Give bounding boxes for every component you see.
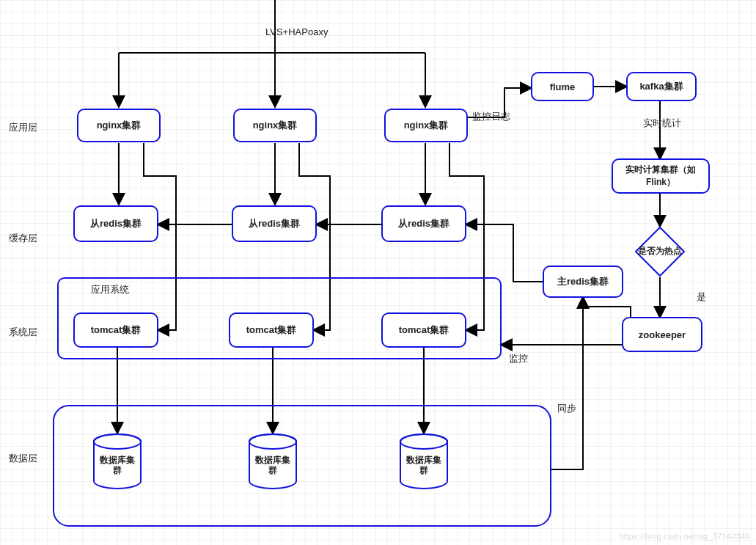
container-app-system-title: 应用系统 [91, 283, 129, 296]
node-tomcat-3: tomcat集群 [381, 312, 466, 348]
edge-label-is-yes: 是 [697, 290, 706, 304]
lvs-haproxy-label: LVS+HAPoaxy [265, 26, 328, 37]
node-db-1-line1: 数据库集 [100, 455, 135, 465]
architecture-diagram: LVS+HAPoaxy 应用层 缓存层 系统层 数据层 nginx集群 ngin… [0, 0, 756, 545]
node-db-2-line1: 数据库集 [255, 455, 290, 465]
node-hotspot-decision: 是否为热点 [634, 226, 686, 277]
layer-label-application: 应用层 [9, 121, 37, 134]
node-redis-slave-1: 从redis集群 [73, 205, 158, 242]
node-nginx-2: nginx集群 [233, 109, 317, 142]
watermark: https://blog.csdn.net/qq_37142346 [619, 532, 750, 541]
node-tomcat-1: tomcat集群 [73, 312, 158, 348]
edge-label-sync: 同步 [557, 402, 576, 415]
node-kafka: kafka集群 [626, 72, 697, 101]
node-nginx-1: nginx集群 [77, 109, 161, 142]
hotspot-decision-label: 是否为热点 [638, 246, 682, 257]
edge-label-monitor-log: 监控日志 [472, 111, 510, 122]
node-db-2-line2: 群 [268, 465, 277, 475]
node-db-3-line1: 数据库集 [406, 455, 441, 465]
node-realtime-compute: 实时计算集群（如Flink） [612, 158, 710, 194]
node-zookeeper: zookeeper [622, 317, 702, 352]
node-db-3-line2: 群 [419, 465, 428, 475]
node-flume: flume [531, 72, 594, 101]
node-master-redis: 主redis集群 [543, 266, 623, 298]
node-tomcat-2: tomcat集群 [229, 312, 314, 348]
layer-label-system: 系统层 [9, 326, 37, 339]
node-redis-slave-3: 从redis集群 [381, 205, 466, 242]
layer-label-cache: 缓存层 [9, 232, 37, 245]
edge-label-monitor: 监控 [509, 352, 528, 365]
node-db-1-line2: 群 [113, 465, 122, 475]
node-db-1: 数据库集 群 [88, 433, 147, 491]
layer-label-data: 数据层 [9, 452, 37, 465]
node-nginx-3: nginx集群 [384, 109, 468, 142]
node-db-2: 数据库集 群 [243, 433, 302, 491]
node-db-3: 数据库集 群 [394, 433, 453, 491]
node-redis-slave-2: 从redis集群 [232, 205, 317, 242]
edge-label-realtime-stats: 实时统计 [640, 117, 684, 129]
